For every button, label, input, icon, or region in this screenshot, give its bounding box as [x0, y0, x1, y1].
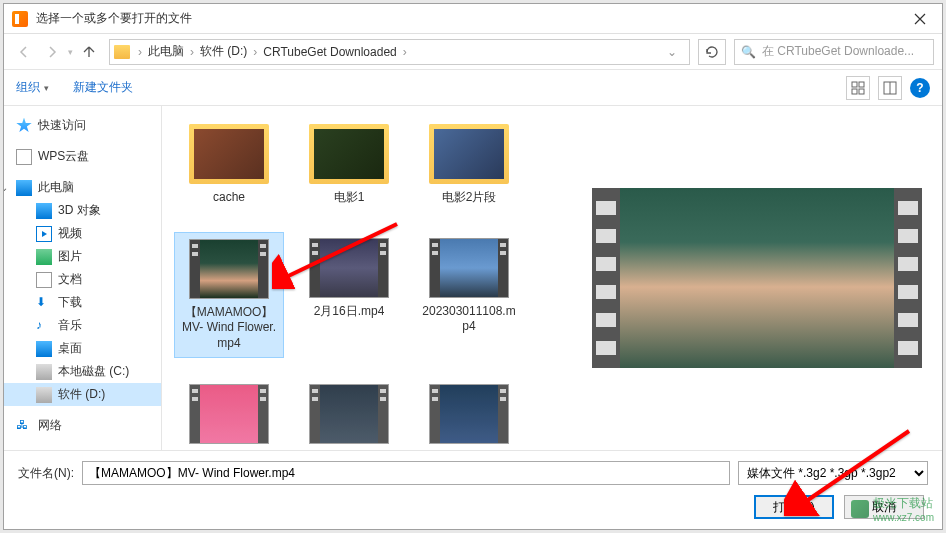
organize-menu[interactable]: 组织	[16, 79, 49, 96]
file-mar03[interactable]: 202303011108.mp4	[414, 232, 524, 359]
svg-rect-3	[859, 89, 864, 94]
filmstrip-icon	[378, 385, 388, 443]
refresh-button[interactable]	[698, 39, 726, 65]
path-sep-icon: ›	[190, 45, 194, 59]
cube-icon	[36, 203, 52, 219]
history-dropdown[interactable]: ▾	[68, 47, 73, 57]
file-item-partial[interactable]	[294, 378, 404, 450]
file-item-partial[interactable]	[414, 378, 524, 450]
filmstrip-icon	[190, 385, 200, 443]
back-button[interactable]	[12, 40, 36, 64]
doc-icon	[16, 149, 32, 165]
filetype-select[interactable]: 媒体文件 *.3g2 *.3gp *.3gp2	[738, 461, 928, 485]
open-button[interactable]: 打开(O)	[754, 495, 834, 519]
disk-icon	[36, 364, 52, 380]
filmstrip-icon	[258, 240, 268, 298]
view-preview-button[interactable]	[878, 76, 902, 100]
expand-icon: ⌄	[4, 182, 10, 193]
file-feb16[interactable]: 2月16日.mp4	[294, 232, 404, 359]
folder-movie1[interactable]: 电影1	[294, 118, 404, 212]
bottom-panel: 文件名(N): 媒体文件 *.3g2 *.3gp *.3gp2 打开(O) 取消	[4, 450, 942, 529]
svg-rect-1	[859, 82, 864, 87]
sidebar-desktop[interactable]: 桌面	[4, 337, 161, 360]
view-preview-icon	[883, 81, 897, 95]
svg-rect-0	[852, 82, 857, 87]
path-segment-drive[interactable]: 软件 (D:)	[198, 43, 249, 60]
sidebar-3d[interactable]: 3D 对象	[4, 199, 161, 222]
expand-icon: ›	[4, 420, 10, 431]
path-sep-icon: ›	[138, 45, 142, 59]
file-pane[interactable]: cache 电影1 电影2片段 【MAMAMOO	[162, 106, 572, 450]
view-large-button[interactable]	[846, 76, 870, 100]
titlebar: 选择一个或多个要打开的文件	[4, 4, 942, 34]
path-sep-icon: ›	[253, 45, 257, 59]
image-icon	[36, 249, 52, 265]
sidebar-disk-d[interactable]: 软件 (D:)	[4, 383, 161, 406]
sidebar-music[interactable]: ♪音乐	[4, 314, 161, 337]
preview-thumbnail	[592, 188, 922, 368]
folder-thumbnail	[189, 124, 269, 184]
folder-movie2seg[interactable]: 电影2片段	[414, 118, 524, 212]
forward-button[interactable]	[40, 40, 64, 64]
download-icon: ⬇	[36, 295, 52, 311]
address-bar: ▾ › 此电脑 › 软件 (D:) › CRTubeGet Downloaded…	[4, 34, 942, 70]
search-box[interactable]: 🔍 在 CRTubeGet Downloade...	[734, 39, 934, 65]
sidebar-wps[interactable]: WPS云盘	[4, 145, 161, 168]
sidebar-images[interactable]: 图片	[4, 245, 161, 268]
filename-label: 文件名(N):	[18, 465, 74, 482]
filename-input[interactable]	[82, 461, 730, 485]
document-icon	[36, 272, 52, 288]
video-thumbnail	[189, 384, 269, 444]
search-placeholder: 在 CRTubeGet Downloade...	[762, 43, 914, 60]
filmstrip-icon	[498, 385, 508, 443]
filmstrip-icon	[310, 385, 320, 443]
video-thumbnail	[189, 239, 269, 299]
sidebar-this-pc[interactable]: ⌄此电脑	[4, 176, 161, 199]
forward-icon	[45, 45, 59, 59]
help-button[interactable]: ?	[910, 78, 930, 98]
filmstrip-icon	[894, 188, 922, 368]
sidebar-quick-access[interactable]: ›快速访问	[4, 114, 161, 137]
file-open-dialog: 选择一个或多个要打开的文件 ▾ › 此电脑 › 软件 (D:) › CRTube…	[3, 3, 943, 530]
star-icon	[16, 118, 32, 134]
filmstrip-icon	[430, 385, 440, 443]
refresh-icon	[705, 45, 719, 59]
folder-thumbnail	[309, 124, 389, 184]
dialog-title: 选择一个或多个要打开的文件	[36, 10, 897, 27]
watermark: 极光下载站 www.xz7.com	[851, 495, 934, 523]
up-icon	[82, 45, 96, 59]
close-button[interactable]	[897, 4, 942, 34]
folder-cache[interactable]: cache	[174, 118, 284, 212]
up-button[interactable]	[77, 40, 101, 64]
filmstrip-icon	[258, 385, 268, 443]
preview-pane	[572, 106, 942, 450]
app-icon	[12, 11, 28, 27]
folder-icon	[114, 45, 130, 59]
filmstrip-icon	[378, 239, 388, 297]
path-dropdown-icon[interactable]: ⌄	[667, 45, 685, 59]
filmstrip-icon	[430, 239, 440, 297]
music-icon: ♪	[36, 318, 52, 334]
dialog-body: ›快速访问 WPS云盘 ⌄此电脑 3D 对象 视频 图片 文档 ⬇下载 ♪音乐 …	[4, 106, 942, 450]
sidebar-video[interactable]: 视频	[4, 222, 161, 245]
search-icon: 🔍	[741, 45, 756, 59]
video-thumbnail	[309, 384, 389, 444]
pc-icon	[16, 180, 32, 196]
sidebar-docs[interactable]: 文档	[4, 268, 161, 291]
file-mamamoo[interactable]: 【MAMAMOO】MV- Wind Flower.mp4	[174, 232, 284, 359]
filmstrip-icon	[190, 240, 200, 298]
path-segment-pc[interactable]: 此电脑	[146, 43, 186, 60]
video-thumbnail	[429, 384, 509, 444]
video-icon	[36, 226, 52, 242]
file-item-partial[interactable]	[174, 378, 284, 450]
sidebar-disk-c[interactable]: 本地磁盘 (C:)	[4, 360, 161, 383]
sidebar-downloads[interactable]: ⬇下载	[4, 291, 161, 314]
filmstrip-icon	[592, 188, 620, 368]
video-thumbnail	[309, 238, 389, 298]
new-folder-button[interactable]: 新建文件夹	[73, 79, 137, 96]
path-segment-folder[interactable]: CRTubeGet Downloaded	[261, 45, 398, 59]
sidebar-network[interactable]: ›🖧网络	[4, 414, 161, 437]
path-box[interactable]: › 此电脑 › 软件 (D:) › CRTubeGet Downloaded ›…	[109, 39, 690, 65]
filmstrip-icon	[310, 239, 320, 297]
expand-icon: ›	[4, 120, 10, 131]
